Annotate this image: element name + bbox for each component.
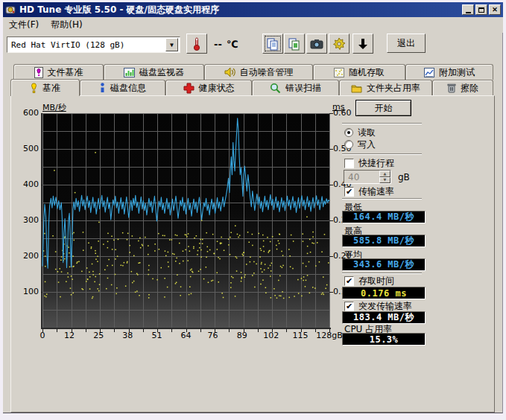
x-tick-label: 76 [208, 331, 218, 340]
tab-label: 自动噪音管理 [240, 66, 294, 79]
tab-label: 错误扫描 [285, 82, 321, 95]
screenshot-button[interactable] [306, 34, 327, 54]
separator [342, 198, 422, 200]
short-stroke-checkbox[interactable] [344, 159, 354, 168]
chevron-down-icon: ▼ [170, 42, 174, 48]
spin-up-button[interactable]: ▲ [379, 171, 390, 177]
short-stroke-label: 快捷行程 [358, 157, 394, 170]
tab-error-scan[interactable]: 错误扫描 [252, 80, 339, 95]
tab-benchmark[interactable]: 基准 [10, 79, 80, 96]
extra-tests-icon [424, 68, 434, 77]
folder-icon [351, 83, 362, 93]
x-tick-label: 64 [181, 331, 192, 340]
burst-rate-row[interactable]: ✔ 突发传输速率 [344, 301, 412, 311]
health-cross-icon [183, 83, 195, 94]
x-tick-label: 0 [40, 331, 45, 340]
x-tick-label: 12 [64, 331, 75, 340]
y-left-tick-label: 400 [19, 179, 39, 189]
write-label: 写入 [358, 139, 376, 151]
avg-speed-value: 343.6 MB/秒 [353, 258, 414, 271]
x-tick-label: 128gB [316, 331, 343, 340]
read-label: 读取 [358, 127, 376, 139]
access-time-checkbox[interactable]: ✔ [344, 276, 354, 286]
x-tick-label: 89 [237, 331, 247, 340]
menu-bar: 文件(F) 帮助(H) [3, 17, 503, 33]
trash-icon [447, 83, 456, 93]
tab-health[interactable]: 健康状态 [165, 80, 252, 95]
cpu-usage-display: 15.3% [342, 333, 426, 346]
start-button[interactable]: 开始 [355, 100, 411, 116]
tab-erase[interactable]: 擦除 [432, 80, 493, 95]
tab-label: 健康状态 [199, 82, 235, 95]
temperature-unit: ℃ [227, 39, 238, 50]
tab-folder-usage[interactable]: 文件夹占用率 [339, 80, 432, 95]
save-results-button[interactable] [352, 34, 373, 54]
file-benchmark-icon [34, 67, 43, 78]
read-radio[interactable] [344, 128, 353, 137]
minimize-icon [466, 12, 471, 13]
y-left-tick-label: 100 [19, 287, 39, 296]
benchmark-icon [30, 83, 38, 94]
y-left-tick-label: 200 [19, 251, 39, 261]
spin-down-button[interactable]: ▼ [379, 177, 390, 184]
burst-rate-label: 突发传输速率 [358, 300, 412, 313]
gear-icon [332, 37, 346, 51]
temperature-button[interactable] [186, 34, 207, 54]
start-label: 开始 [375, 102, 393, 115]
check-icon: ✔ [346, 277, 352, 285]
tab-aam[interactable]: 自动噪音管理 [204, 64, 313, 80]
copy-image-button[interactable] [284, 34, 305, 54]
minimize-button[interactable] [462, 4, 474, 15]
transfer-rate-label: 传输速率 [358, 185, 394, 198]
burst-rate-checkbox[interactable]: ✔ [344, 302, 354, 311]
y-left-tick-label: 600 [19, 108, 39, 118]
burst-rate-value: 183.4 MB/秒 [353, 311, 414, 324]
title-bar: HD Tune 专业版 5.50 - 硬盘/固态硬盘实用程序 ✕ [3, 2, 503, 17]
app-icon [5, 4, 16, 15]
short-stroke-unit: gB [398, 172, 410, 182]
tab-label: 随机存取 [349, 66, 385, 79]
exit-label: 退出 [397, 37, 415, 50]
x-tick-label: 102 [263, 331, 279, 340]
x-tick-label: 115 [292, 331, 308, 340]
maximize-button[interactable] [475, 4, 487, 15]
read-radio-row[interactable]: 读取 [344, 127, 376, 138]
info-icon [99, 83, 106, 94]
x-tick-label: 38 [122, 331, 133, 340]
x-tick-label: 25 [93, 331, 104, 340]
access-time-row[interactable]: ✔ 存取时间 [344, 276, 394, 286]
access-time-value: 0.176 ms [361, 288, 407, 299]
transfer-rate-checkbox[interactable]: ✔ [344, 187, 354, 197]
copy-text-button[interactable] [262, 34, 283, 54]
transfer-rate-row[interactable]: ✔ 传输速率 [344, 186, 394, 197]
burst-rate-display: 183.4 MB/秒 [342, 311, 426, 324]
tab-random-access[interactable]: 随机存取 [313, 64, 405, 80]
options-button[interactable] [329, 34, 350, 54]
tab-disk-monitor[interactable]: 磁盘监视器 [104, 64, 204, 80]
drive-select-dropdown-button[interactable]: ▼ [165, 38, 178, 51]
y-left-tick-label: 500 [19, 144, 39, 153]
tab-label: 附加测试 [439, 66, 475, 79]
window-title: HD Tune 专业版 5.50 - 硬盘/固态硬盘实用程序 [19, 4, 219, 16]
arrow-down-icon [358, 38, 368, 50]
tab-extra-tests[interactable]: 附加测试 [405, 64, 493, 80]
check-icon: ✔ [346, 188, 352, 196]
menu-file[interactable]: 文件(F) [9, 19, 39, 31]
access-time-display: 0.176 ms [342, 287, 426, 299]
short-stroke-size-input[interactable]: 40 ▲ ▼ [344, 170, 391, 184]
tab-disk-info[interactable]: 磁盘信息 [80, 80, 165, 95]
app-window: HD Tune 专业版 5.50 - 硬盘/固态硬盘实用程序 ✕ 文件(F) 帮… [0, 0, 506, 420]
menu-help[interactable]: 帮助(H) [51, 19, 82, 31]
write-radio-row[interactable]: 写入 [344, 139, 376, 150]
short-stroke-size-value: 40 [348, 172, 359, 182]
tab-file-benchmark[interactable]: 文件基准 [13, 64, 104, 80]
write-radio[interactable] [344, 140, 353, 149]
min-speed-value: 164.4 MB/秒 [353, 211, 414, 223]
short-stroke-row[interactable]: 快捷行程 [344, 158, 394, 168]
access-time-label: 存取时间 [358, 275, 394, 287]
exit-button[interactable]: 退出 [387, 34, 426, 53]
tab-label: 文件基准 [48, 66, 83, 79]
drive-select[interactable]: Red Hat VirtIO (128 gB) ▼ [7, 36, 180, 53]
camera-icon [310, 39, 323, 49]
close-button[interactable]: ✕ [489, 4, 501, 15]
